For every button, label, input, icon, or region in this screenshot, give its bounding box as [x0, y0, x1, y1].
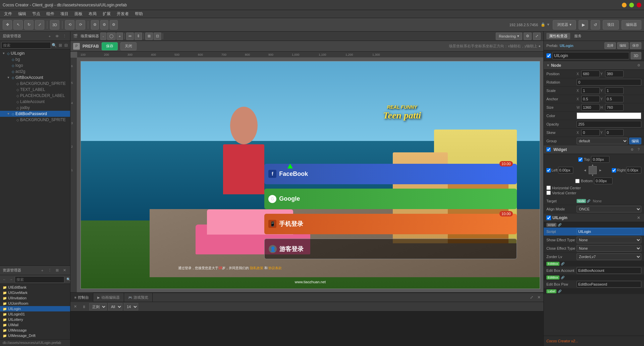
play-button[interactable]: ▶ — [579, 20, 588, 30]
menu-file[interactable]: 文件 — [1, 10, 15, 17]
minimize-button[interactable] — [622, 3, 627, 7]
opacity-input[interactable] — [577, 121, 641, 128]
tab-console[interactable]: ≡ 控制台 — [70, 293, 93, 302]
menu-component[interactable]: 组件 — [44, 10, 57, 17]
asset-item-uijoinroom[interactable]: 📁UIJoinRoom — [0, 301, 70, 306]
widget-v-center-checkbox[interactable] — [546, 191, 551, 195]
editor-button[interactable]: 编辑器 — [622, 20, 641, 30]
facebook-btn[interactable]: f FaceBook 10.00 — [264, 164, 517, 184]
node-name-input[interactable] — [552, 52, 629, 59]
toolbar-3d[interactable]: 3D — [50, 20, 59, 30]
edit-box-psw-input[interactable] — [577, 281, 641, 288]
rotation-input[interactable] — [577, 79, 641, 86]
node-section-header[interactable]: ▼ Node ⚙ — [544, 61, 644, 70]
anchor-y-input[interactable] — [605, 96, 624, 102]
color-picker[interactable] — [577, 112, 641, 119]
toolbar-play[interactable]: ⚙ — [91, 20, 99, 30]
tree-node-bg-sprite-1[interactable]: ▶ ◇ BACKGROUND_SPRITE — [0, 81, 70, 87]
rendering-dropdown[interactable]: Rendering ▾ — [496, 33, 522, 40]
tree-node-editboxpassword[interactable]: ▼ ◇ EditBoxPassword — [0, 111, 70, 117]
widget-left-input[interactable] — [558, 167, 573, 174]
editbox-password-link[interactable]: 🔗 — [561, 276, 565, 279]
asset-back-btn[interactable]: ← — [1, 276, 7, 283]
position-y-input[interactable] — [605, 70, 624, 77]
position-x-input[interactable] — [581, 70, 600, 77]
tree-node-uilogin[interactable]: ▼ ◇ UILogin — [0, 50, 70, 56]
tree-node-placeholder-label[interactable]: ▶ ◇ PLACEHOLDER_LABEL — [0, 93, 70, 99]
anchor-x-input[interactable] — [581, 96, 600, 102]
snap-btn[interactable]: ⊡ — [154, 33, 161, 40]
size-w-input[interactable] — [581, 104, 600, 111]
hierarchy-search-expand[interactable]: ⊞ — [58, 42, 63, 48]
asset-item-uigivemark[interactable]: 📁UIGiveMark — [0, 290, 70, 295]
widget-top-checkbox[interactable] — [578, 157, 583, 162]
close-effect-select[interactable]: None — [577, 245, 641, 252]
widget-help-icon[interactable]: ? — [636, 147, 641, 152]
widget-settings-icon[interactable]: ⚙ — [629, 147, 635, 152]
hierarchy-add-btn[interactable]: + — [47, 33, 53, 39]
widget-top-input[interactable] — [591, 156, 609, 163]
tab-expand-btn[interactable]: ⤢ — [529, 294, 535, 300]
editbox-account-link[interactable]: 🔗 — [561, 262, 565, 265]
scene-expand-btn[interactable]: ⤢ — [533, 33, 541, 40]
inspector-tab-properties[interactable]: 属性检查器 — [546, 33, 570, 39]
hierarchy-search-input[interactable] — [1, 42, 51, 49]
widget-bottom-checkbox[interactable] — [575, 179, 580, 183]
uilogin-close-btn[interactable]: ✕ — [636, 215, 641, 220]
tree-node-act2g[interactable]: ▶ ◇ act2g — [0, 68, 70, 75]
script-input[interactable] — [577, 228, 641, 235]
zoom-out-btn[interactable]: - — [100, 33, 106, 40]
edit-prefab-btn[interactable]: 编辑 — [617, 42, 629, 49]
asset-more-btn[interactable]: ⋮ — [47, 267, 53, 274]
script-link-icon[interactable]: 🔗 — [558, 223, 561, 227]
tree-node-bg[interactable]: ▶ ◇ bg — [0, 56, 70, 62]
3d-toggle-btn[interactable]: 3D — [631, 52, 641, 59]
toolbar-redo[interactable]: ⟳ — [76, 20, 85, 30]
close-button[interactable] — [637, 3, 641, 7]
asset-item-uimessage-drift[interactable]: 📁UIMessage_Drift — [0, 333, 70, 338]
scale-x-input[interactable] — [581, 87, 600, 94]
menu-edit[interactable]: 编辑 — [15, 10, 29, 17]
widget-enabled-checkbox[interactable] — [546, 147, 551, 152]
tree-node-bg-sprite-2[interactable]: ▶ ◇ BACKGROUND_SPRITE — [0, 117, 70, 123]
toolbar-select[interactable]: ↖ — [13, 20, 23, 30]
asset-item-uieditbank[interactable]: 📁UIEditBank — [0, 285, 70, 290]
save-prefab-btn[interactable]: 保存 — [102, 42, 118, 50]
align-h-btn[interactable]: ⇔ — [126, 33, 134, 40]
target-link-icon[interactable]: 🔗 — [587, 199, 590, 203]
console-filter-select[interactable]: 正则 — [89, 303, 107, 310]
refresh-button[interactable]: ↺ — [591, 20, 600, 30]
tab-close-btn[interactable]: ✕ — [536, 294, 542, 300]
align-mode-select[interactable]: ONCE — [577, 206, 641, 212]
widget-section-header[interactable]: Widget ⚙ ? — [544, 145, 644, 154]
inspector-tab-service[interactable]: 服务 — [572, 33, 584, 39]
asset-add-btn[interactable]: + — [39, 267, 45, 274]
console-clear-btn[interactable]: ✕ — [72, 303, 79, 310]
asset-search-input[interactable] — [15, 276, 64, 283]
guest-login-btn[interactable]: 👤 游客登录 — [264, 239, 517, 259]
menu-panel[interactable]: 面板 — [72, 10, 85, 17]
edit-box-account-input[interactable] — [577, 267, 641, 274]
uilogin-enabled-checkbox[interactable] — [546, 215, 551, 220]
asset-item-uimessage[interactable]: 📁UIMessage — [0, 328, 70, 333]
toolbar-move[interactable]: ✥ — [3, 20, 12, 30]
tree-node-text-label[interactable]: ▶ ◇ TEXT_LABEL — [0, 87, 70, 93]
asset-item-uiinvitation[interactable]: 📁UIInvitation — [0, 295, 70, 301]
asset-item-uilogin[interactable]: 📁UILogin — [0, 306, 70, 311]
console-size-select[interactable]: 14 — [124, 303, 138, 310]
tree-node-logo[interactable]: ▶ ◇ logo — [0, 62, 70, 68]
scene-settings-btn[interactable]: ⚙ — [524, 33, 532, 40]
google-btn[interactable]: G Google — [264, 189, 517, 209]
tab-animation[interactable]: ▶ 动画编辑器 — [93, 293, 124, 302]
asset-item-uimail[interactable]: 📁UIMail — [0, 322, 70, 328]
asset-close-btn[interactable]: ✕ — [61, 267, 67, 274]
console-pause-btn[interactable]: ⏸ — [80, 303, 88, 310]
toolbar-undo[interactable]: ⟲ — [65, 20, 74, 30]
hierarchy-more-btn[interactable]: ⋮ — [61, 33, 67, 39]
close-prefab-btn[interactable]: 关闭 — [120, 42, 137, 50]
asset-forward-btn[interactable]: → — [8, 276, 14, 283]
asset-layout-btn[interactable]: ⊞ — [54, 267, 60, 274]
skew-x-input[interactable] — [581, 129, 600, 136]
node-active-checkbox[interactable] — [546, 53, 551, 58]
menu-help[interactable]: 帮助 — [132, 10, 146, 17]
